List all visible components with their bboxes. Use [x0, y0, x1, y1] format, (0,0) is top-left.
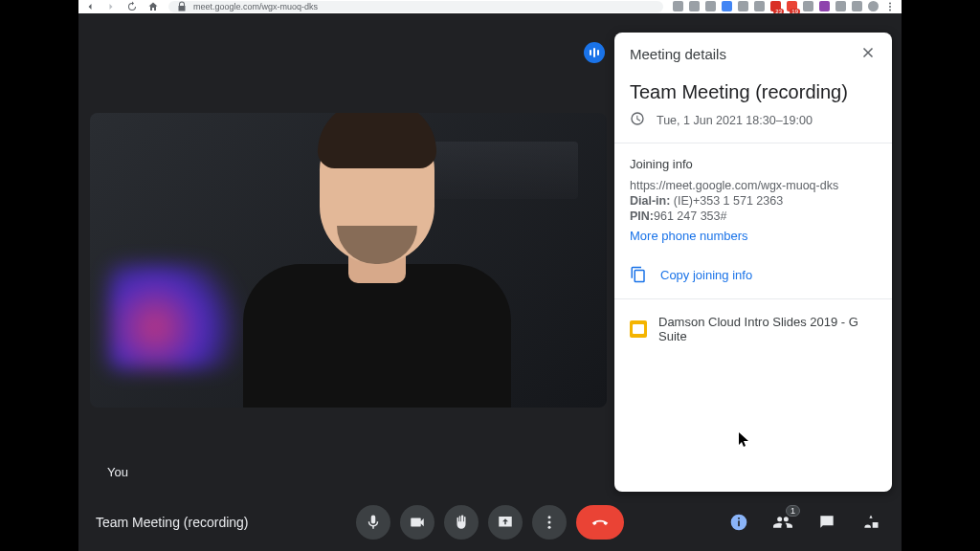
extension-icon[interactable]	[754, 1, 765, 11]
svg-point-2	[889, 10, 891, 11]
meeting-details-panel: Meeting details Team Meeting (recording)…	[614, 33, 892, 492]
dial-in-row: Dial-in: (IE)+353 1 571 2363	[630, 194, 877, 208]
extension-icon[interactable]	[738, 1, 748, 11]
svg-rect-7	[738, 520, 740, 526]
more-options-button[interactable]	[532, 505, 567, 540]
slides-icon	[630, 320, 647, 338]
mute-button[interactable]	[356, 505, 390, 540]
self-label: You	[107, 465, 128, 479]
close-icon[interactable]	[859, 44, 877, 64]
home-icon[interactable]	[147, 1, 159, 12]
kebab-icon[interactable]	[884, 1, 896, 12]
pin-row: PIN:961 247 353#	[630, 209, 877, 223]
mouse-cursor-icon	[739, 432, 750, 448]
meeting-info-button[interactable]	[725, 509, 752, 536]
speaking-indicator-icon	[584, 42, 605, 63]
browser-toolbar: meet.google.com/wgx-muoq-dks 23 19	[78, 0, 902, 13]
svg-point-4	[548, 521, 551, 524]
meeting-title: Team Meeting (recording)	[96, 515, 249, 530]
extension-icon[interactable]	[673, 1, 683, 11]
star-icon[interactable]	[705, 1, 716, 11]
activities-button[interactable]	[858, 509, 884, 536]
more-phone-numbers-link[interactable]: More phone numbers	[630, 229, 877, 243]
participant-video	[243, 142, 511, 408]
people-button[interactable]: 1	[769, 509, 796, 536]
attachment-name: Damson Cloud Intro Slides 2019 - G Suite	[658, 315, 877, 343]
extension-icon[interactable]	[835, 1, 846, 11]
extension-icon[interactable]	[803, 1, 813, 11]
attachment-row[interactable]: Damson Cloud Intro Slides 2019 - G Suite	[614, 299, 892, 359]
extension-icon[interactable]	[819, 1, 830, 11]
panel-title: Meeting details	[630, 46, 726, 62]
address-bar[interactable]: meet.google.com/wgx-muoq-dks	[168, 1, 663, 12]
joining-info-heading: Joining info	[630, 157, 877, 171]
clock-icon	[630, 111, 645, 129]
svg-point-3	[548, 516, 551, 518]
bottom-toolbar: Team Meeting (recording) 1	[78, 494, 902, 551]
back-icon[interactable]	[84, 1, 96, 12]
lock-icon	[176, 1, 188, 12]
self-video-tile[interactable]	[90, 113, 607, 408]
copy-icon	[630, 266, 647, 283]
participant-count-badge: 1	[786, 505, 800, 517]
url-text: meet.google.com/wgx-muoq-dks	[193, 2, 318, 11]
extension-icon[interactable]	[852, 1, 862, 11]
copy-joining-info-button[interactable]: Copy joining info	[614, 256, 892, 298]
raise-hand-button[interactable]	[444, 505, 479, 540]
svg-point-0	[889, 3, 891, 5]
leave-call-button[interactable]	[576, 505, 624, 540]
meeting-link: https://meet.google.com/wgx-muoq-dks	[630, 179, 877, 192]
svg-point-5	[548, 526, 551, 529]
profile-avatar[interactable]	[868, 1, 879, 11]
svg-point-1	[889, 6, 891, 8]
present-button[interactable]	[488, 505, 523, 540]
svg-rect-8	[738, 518, 740, 519]
chat-button[interactable]	[813, 509, 840, 536]
extensions-tray: 23 19	[673, 1, 896, 12]
extension-icon[interactable]: 23	[770, 1, 781, 11]
reload-icon[interactable]	[126, 1, 138, 12]
extension-icon[interactable]: 19	[787, 1, 797, 11]
extension-icon[interactable]	[689, 1, 700, 11]
meeting-time: Tue, 1 Jun 2021 18:30–19:00	[657, 114, 813, 127]
meet-stage: You Meeting details Team Meeting (record…	[78, 13, 902, 551]
copy-joining-info-label: Copy joining info	[660, 268, 752, 282]
forward-icon[interactable]	[105, 1, 117, 12]
extension-icon[interactable]	[722, 1, 732, 11]
meeting-name: Team Meeting (recording)	[614, 76, 892, 111]
camera-button[interactable]	[400, 505, 434, 540]
